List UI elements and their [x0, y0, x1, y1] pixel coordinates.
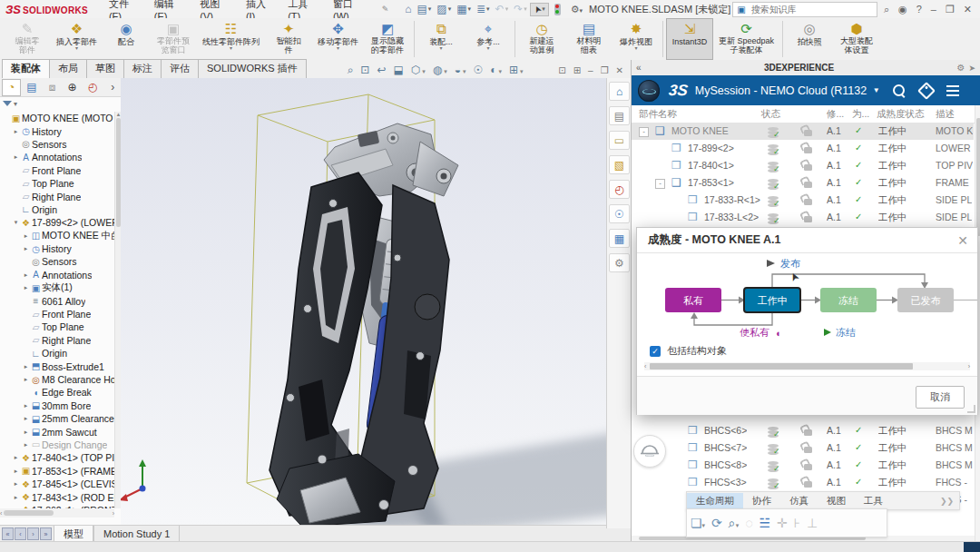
tree-expander-icon[interactable]: ▸: [22, 441, 30, 448]
help-icon[interactable]: ?: [912, 4, 926, 15]
tree-item[interactable]: ∟Origin: [0, 203, 114, 216]
panel-tab-协作[interactable]: 协作: [743, 493, 780, 509]
zoom-area-icon[interactable]: ⊡: [357, 64, 373, 76]
section-view-icon[interactable]: ⬓: [389, 64, 407, 76]
user-account-icon[interactable]: ◉: [894, 4, 912, 15]
table-row[interactable]: ❒17-899<2>✓A.1✓工作中LOWER: [632, 140, 974, 157]
dropdown-caret-icon[interactable]: ▾: [518, 68, 523, 74]
tree-expander-icon[interactable]: ▸: [22, 232, 30, 240]
tab-nav-icon[interactable]: ‹: [15, 527, 26, 540]
doc-close-icon[interactable]: ✕: [616, 65, 623, 75]
tree-expander-icon[interactable]: ▸: [22, 271, 30, 279]
panel-tab-生命周期[interactable]: 生命周期: [687, 493, 743, 509]
zoom-fit-icon[interactable]: ⌕: [344, 64, 358, 76]
tree-item[interactable]: ▸AAnnotations: [0, 151, 114, 163]
configuration-manager-tab-icon[interactable]: ⧈: [43, 79, 62, 96]
tree-item[interactable]: ▱Top Plane: [0, 177, 114, 190]
tree-filter-row[interactable]: ▾: [0, 96, 123, 111]
tree-item[interactable]: ▸▣实体(1): [0, 281, 114, 294]
table-row[interactable]: -❑MOTO KNEE✓A.1✓工作中MOTO K: [632, 123, 974, 140]
table-row[interactable]: ❒17-833-R<1>✓A.1✓工作中SIDE PL: [632, 192, 974, 209]
tag-icon[interactable]: [917, 82, 936, 100]
doc-normalize-icon[interactable]: ⊡: [558, 65, 565, 75]
dropdown-caret-icon[interactable]: ▾: [702, 522, 706, 528]
dropdown-caret-icon[interactable]: ▾: [467, 5, 471, 13]
column-header-5[interactable]: 描述: [936, 108, 955, 121]
tree-item[interactable]: ▸◫MOTO KNEE 中的配: [0, 230, 114, 242]
tree-item[interactable]: ▣MOTO KNEE (MOTO KNE: [0, 112, 114, 124]
tree-expander-icon[interactable]: ▸: [12, 128, 20, 135]
tree-item[interactable]: ▸⬓25mm Clearance h: [0, 412, 114, 425]
taskpane-home-icon[interactable]: ⌂: [609, 82, 630, 101]
redo-icon[interactable]: ↷▾: [511, 2, 530, 16]
property-manager-tab-icon[interactable]: ▤: [22, 79, 41, 96]
tree-item[interactable]: ▱Right Plane: [0, 190, 114, 202]
doc-tile-icon[interactable]: ⊞: [573, 65, 581, 75]
tree-horizontal-scrollbar[interactable]: ‹›: [0, 508, 114, 518]
panel-menu-icon[interactable]: [946, 83, 959, 99]
tree-item[interactable]: ▱Front Plane: [0, 164, 114, 177]
row-expander-icon[interactable]: -: [655, 179, 665, 189]
ribbon-button-10[interactable]: ⌖参考...▾: [465, 18, 512, 60]
dropdown-caret-icon[interactable]: ▾: [428, 5, 432, 13]
ribbon-button-4[interactable]: ☷线性零部件阵列▾: [197, 18, 265, 60]
ribbon-button-7[interactable]: ◩显示隐藏 的零部件: [364, 18, 411, 60]
tree-item[interactable]: ▸⬓30mm Bore: [0, 399, 114, 412]
ribbon-button-12[interactable]: ◷新建运 动算例: [518, 18, 565, 60]
ribbon-button-19[interactable]: ◎拍快照: [786, 18, 833, 60]
previous-view-icon[interactable]: ↩: [373, 64, 389, 76]
graphics-viewport[interactable]: [121, 78, 606, 525]
table-row[interactable]: -❑17-853<1>✓A.1✓工作中FRAME: [632, 174, 974, 192]
display-manager-tab-icon[interactable]: ◴: [83, 79, 102, 96]
doc-minimize-icon[interactable]: –: [588, 65, 593, 75]
view-orientation-icon[interactable]: ⬡ ▾: [407, 64, 429, 76]
tree-expander-icon[interactable]: ▸: [22, 284, 30, 291]
dialog-close-icon[interactable]: ✕: [957, 233, 968, 248]
tree-item[interactable]: ◎Sensors: [0, 138, 114, 151]
undo-icon[interactable]: ↶▾: [493, 2, 512, 16]
taskpane-design-library-icon[interactable]: ▭: [609, 131, 630, 150]
assistant-avatar[interactable]: [633, 435, 666, 468]
tree-expander-icon[interactable]: ▾: [12, 219, 20, 226]
tree-item[interactable]: ▸▣17-853<1> (FRAME A: [0, 465, 114, 478]
tab-SOLIDWORKS 插件[interactable]: SOLIDWORKS 插件: [198, 59, 307, 78]
structure-list-icon[interactable]: ☱: [760, 516, 771, 530]
tree-item[interactable]: ∟Origin: [0, 347, 114, 360]
panel-tab-仿真[interactable]: 仿真: [780, 493, 818, 509]
open-file-icon[interactable]: ▨▾: [434, 2, 454, 16]
column-header-4[interactable]: 成熟度状态: [877, 108, 925, 121]
tree-expander-icon[interactable]: ▸: [22, 415, 30, 422]
close-icon[interactable]: ✕: [959, 4, 976, 15]
print-icon[interactable]: ≣▾: [474, 2, 493, 16]
view-settings-icon[interactable]: ⊞ ▾: [505, 64, 527, 76]
ribbon-button-16[interactable]: ⇲Instant3D: [666, 18, 713, 60]
tab-标注[interactable]: 标注: [123, 59, 162, 78]
ribbon-button-6[interactable]: ✥移动零部件▾: [312, 18, 364, 60]
ribbon-button-2[interactable]: ◉配合: [103, 18, 150, 60]
tab-nav-icon[interactable]: ›: [27, 527, 39, 540]
search-input[interactable]: [750, 4, 873, 15]
tab-nav-icon[interactable]: «: [2, 527, 14, 540]
ribbon-button-13[interactable]: ▤材料明 细表: [565, 18, 612, 60]
table-row[interactable]: ❒BHCS<8>✓A.1✓工作中BHCS M: [632, 457, 974, 474]
dropdown-caret-icon[interactable]: ▾: [486, 5, 490, 13]
dropdown-caret-icon[interactable]: ▾: [420, 68, 425, 74]
tree-item[interactable]: ▸❖17-843<1> (ROD END: [0, 490, 114, 503]
tab-评估[interactable]: 评估: [161, 59, 199, 78]
panel-pin-icon[interactable]: ➤: [968, 64, 975, 73]
tree-item[interactable]: ▾❖17-899<2> (LOWER B: [0, 216, 114, 229]
doc-restore-icon[interactable]: ❐: [601, 65, 609, 75]
tree-expander-icon[interactable]: ▸: [22, 429, 30, 436]
dropdown-caret-icon[interactable]: ▾: [505, 5, 509, 13]
save-icon[interactable]: ▦▾: [454, 2, 474, 16]
tree-expander-icon[interactable]: ▸: [22, 363, 30, 370]
ribbon-button-17[interactable]: ⟳更新 Speedpak 子装配体: [713, 18, 779, 60]
tree-item[interactable]: ◖Edge Break: [0, 386, 114, 399]
cancel-button[interactable]: 取消: [916, 386, 965, 409]
tree-item[interactable]: ▸❖17-840<1> (TOP PIVC: [0, 451, 114, 464]
ribbon-button-0[interactable]: ✎编辑零 部件: [4, 18, 51, 60]
column-header-3[interactable]: 为...: [852, 108, 869, 121]
new-file-icon[interactable]: ▤▾: [414, 2, 434, 16]
apply-scene-icon[interactable]: ◐ ▾: [486, 64, 505, 76]
session-label[interactable]: MySession - NEMO Cloud (R1132101...: [695, 84, 867, 97]
